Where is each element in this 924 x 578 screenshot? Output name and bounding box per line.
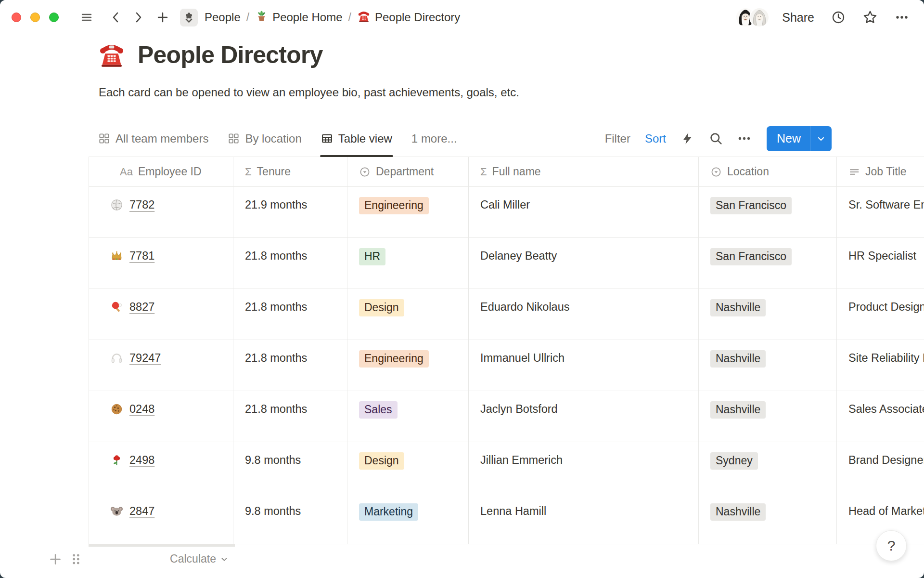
location-tag: Nashville xyxy=(710,350,766,368)
koala-icon xyxy=(110,505,123,518)
tenure-cell[interactable]: 21.8 months xyxy=(233,340,347,391)
full-name-cell[interactable]: Delaney Beatty xyxy=(469,238,699,289)
location-tag: San Francisco xyxy=(710,197,792,214)
employee-id-link[interactable]: 0248 xyxy=(129,401,154,417)
flower-teamspace-icon[interactable] xyxy=(180,9,198,26)
clock-icon[interactable] xyxy=(831,10,846,25)
tenure-cell[interactable]: 21.8 months xyxy=(233,238,347,289)
location-cell[interactable]: Nashville xyxy=(699,391,837,442)
gallery-view-icon xyxy=(98,132,110,144)
department-tag: HR xyxy=(359,248,385,265)
view-options-icon[interactable] xyxy=(737,131,751,145)
table-row[interactable]: 0248 21.8 months Sales Jaclyn Botsford N… xyxy=(89,391,924,442)
more-views-button[interactable]: 1 more... xyxy=(411,132,457,145)
tenure-cell[interactable]: 21.8 months xyxy=(233,289,347,340)
drag-handle-icon[interactable] xyxy=(69,552,83,568)
column-header-location[interactable]: Location xyxy=(699,157,837,186)
tenure-cell[interactable]: 21.8 months xyxy=(233,391,347,442)
volleyball-icon xyxy=(110,198,123,211)
department-cell[interactable]: Marketing xyxy=(347,493,469,544)
location-cell[interactable]: San Francisco xyxy=(699,187,837,237)
employee-id-link[interactable]: 8827 xyxy=(129,299,154,315)
breadcrumb-people[interactable]: People xyxy=(205,11,241,24)
table-row[interactable]: 7781 21.8 months HR Delaney Beatty San F… xyxy=(89,238,924,289)
location-cell[interactable]: Sydney xyxy=(699,442,837,493)
new-split-button: New xyxy=(767,126,832,151)
employee-id-link[interactable]: 7782 xyxy=(129,197,154,212)
tenure-cell[interactable]: 9.8 months xyxy=(233,442,347,493)
back-icon[interactable] xyxy=(110,11,122,24)
table-row[interactable]: 2847 9.8 months Marketing Lenna Hamill N… xyxy=(89,493,924,544)
table-row[interactable]: 7782 21.9 months Engineering Cali Miller… xyxy=(89,187,924,238)
employee-id-link[interactable]: 79247 xyxy=(129,350,161,366)
job-title-cell[interactable]: Product Designer xyxy=(837,289,924,340)
chevron-down-icon[interactable] xyxy=(810,126,832,151)
new-page-icon[interactable] xyxy=(156,11,169,24)
location-cell[interactable]: Nashville xyxy=(699,340,837,391)
location-cell[interactable]: Nashville xyxy=(699,493,837,544)
tab-table-view[interactable]: Table view xyxy=(321,132,392,145)
tab-by-location[interactable]: By location xyxy=(228,132,301,145)
view-actions: Filter Sort New xyxy=(605,126,832,151)
tenure-cell[interactable]: 9.8 months xyxy=(233,493,347,544)
job-title-cell[interactable]: Sales Associate xyxy=(837,391,924,442)
table-view-icon xyxy=(321,132,333,144)
location-tag: Sydney xyxy=(710,452,758,470)
minimize-window-button[interactable] xyxy=(30,13,40,22)
department-cell[interactable]: HR xyxy=(347,238,469,289)
table-row[interactable]: 2498 9.8 months Design Jillian Emmerich … xyxy=(89,442,924,493)
potted-plant-icon xyxy=(255,10,268,26)
sort-button[interactable]: Sort xyxy=(645,132,666,145)
full-name-cell[interactable]: Immanuel Ullrich xyxy=(469,340,699,391)
department-cell[interactable]: Engineering xyxy=(347,340,469,391)
column-header-full-name[interactable]: Σ Full name xyxy=(469,157,699,186)
department-cell[interactable]: Design xyxy=(347,289,469,340)
zoom-window-button[interactable] xyxy=(49,13,59,22)
view-tabs: All team members By location Table view xyxy=(98,132,392,145)
breadcrumb-people-directory[interactable]: People Directory xyxy=(357,9,460,26)
job-title-cell[interactable]: Brand Designer xyxy=(837,442,924,493)
close-window-button[interactable] xyxy=(12,13,21,22)
job-title-cell[interactable]: Sr. Software Engineer xyxy=(837,187,924,237)
full-name-cell[interactable]: Lenna Hamill xyxy=(469,493,699,544)
employee-id-link[interactable]: 2847 xyxy=(129,503,154,519)
help-button[interactable]: ? xyxy=(876,530,907,561)
lightning-icon[interactable] xyxy=(680,131,694,145)
full-name-cell[interactable]: Jillian Emmerich xyxy=(469,442,699,493)
breadcrumb-people-home[interactable]: People Home xyxy=(255,10,342,26)
tab-all-team-members[interactable]: All team members xyxy=(98,132,208,145)
search-icon[interactable] xyxy=(709,131,723,145)
column-header-employee-id[interactable]: Aa Employee ID xyxy=(89,157,233,186)
employee-id-link[interactable]: 2498 xyxy=(129,452,154,468)
column-header-department[interactable]: Department xyxy=(347,157,469,186)
share-button[interactable]: Share xyxy=(782,11,814,25)
location-cell[interactable]: Nashville xyxy=(699,289,837,340)
new-button[interactable]: New xyxy=(767,126,810,151)
column-header-tenure[interactable]: Σ Tenure xyxy=(233,157,347,186)
department-cell[interactable]: Design xyxy=(347,442,469,493)
page-icon-red-telephone[interactable] xyxy=(97,39,126,70)
department-cell[interactable]: Engineering xyxy=(347,187,469,237)
full-name-cell[interactable]: Eduardo Nikolaus xyxy=(469,289,699,340)
column-header-job-title[interactable]: Job Title xyxy=(837,157,924,186)
job-title-cell[interactable]: Site Reliability Engineer xyxy=(837,340,924,391)
full-name-cell[interactable]: Cali Miller xyxy=(469,187,699,237)
add-row-icon[interactable] xyxy=(48,552,63,568)
text-icon xyxy=(848,166,860,178)
location-cell[interactable]: San Francisco xyxy=(699,238,837,289)
avatar[interactable] xyxy=(749,7,770,27)
more-options-icon[interactable] xyxy=(894,10,910,25)
forward-icon[interactable] xyxy=(132,11,144,24)
job-title-cell[interactable]: HR Specialist xyxy=(837,238,924,289)
tenure-cell[interactable]: 21.9 months xyxy=(233,187,347,237)
calculate-button[interactable]: Calculate xyxy=(89,544,235,565)
star-icon[interactable] xyxy=(862,10,878,25)
collaborator-avatars[interactable] xyxy=(735,7,770,27)
filter-button[interactable]: Filter xyxy=(605,132,630,145)
sidebar-toggle-icon[interactable] xyxy=(80,11,93,24)
full-name-cell[interactable]: Jaclyn Botsford xyxy=(469,391,699,442)
department-cell[interactable]: Sales xyxy=(347,391,469,442)
employee-id-link[interactable]: 7781 xyxy=(129,248,154,263)
table-row[interactable]: 79247 21.8 months Engineering Immanuel U… xyxy=(89,340,924,391)
table-row[interactable]: 8827 21.8 months Design Eduardo Nikolaus… xyxy=(89,289,924,340)
